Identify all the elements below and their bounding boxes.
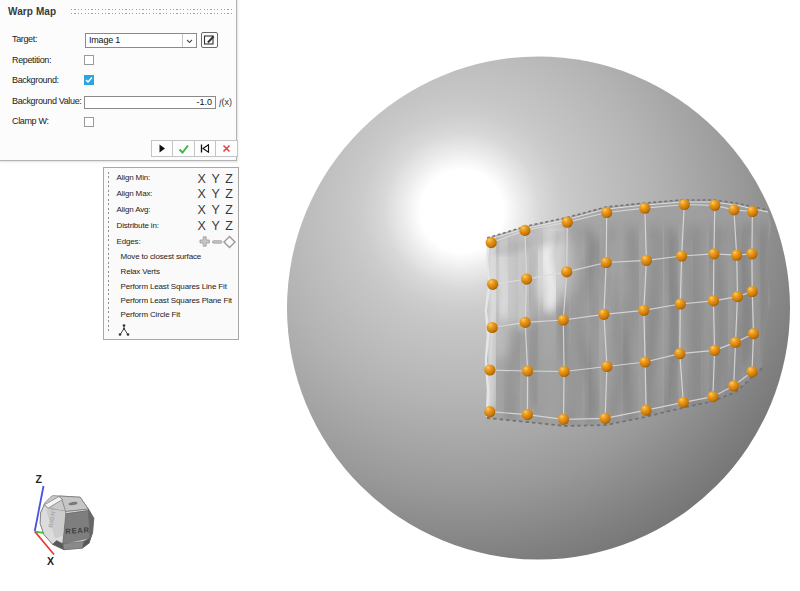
svg-text:X: X [47,555,54,567]
svg-text:REAR: REAR [65,525,90,536]
svg-text:Z: Z [36,473,43,485]
